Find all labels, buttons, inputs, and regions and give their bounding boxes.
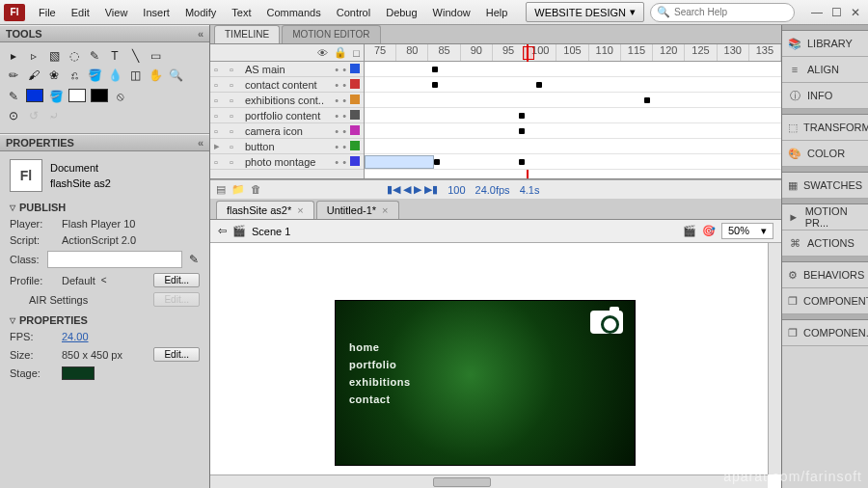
- outline-icon[interactable]: □: [353, 47, 360, 59]
- stroke-color[interactable]: [26, 89, 43, 102]
- menu-edit[interactable]: Edit: [64, 3, 97, 22]
- lock-icon[interactable]: 🔒: [334, 46, 347, 59]
- doc-tab-1[interactable]: flashSite as2*×: [216, 201, 314, 219]
- stage-color[interactable]: [62, 366, 95, 380]
- timeline-track[interactable]: [365, 139, 781, 154]
- nav-portfolio[interactable]: portfolio: [349, 359, 411, 370]
- fill-style-icon[interactable]: 🪣: [48, 89, 64, 104]
- profile-edit-button[interactable]: Edit...: [153, 273, 200, 287]
- maximize-icon[interactable]: ☐: [827, 6, 845, 19]
- horizontal-scrollbar[interactable]: [210, 474, 768, 488]
- layer-row[interactable]: ▸▫button••: [210, 139, 364, 154]
- vertical-scrollbar[interactable]: [768, 243, 781, 474]
- panel-components[interactable]: ❐COMPONENTS: [782, 288, 868, 314]
- pencil-tool[interactable]: ✏: [6, 68, 21, 83]
- pencil-icon[interactable]: ✎: [188, 252, 200, 267]
- eyedropper-tool[interactable]: 💧: [107, 68, 122, 83]
- stage[interactable]: homeportfolioexhibitionscontact: [210, 243, 781, 488]
- layer-row[interactable]: ▫▫contact content••: [210, 77, 364, 93]
- tab-motion-editor[interactable]: MOTION EDITOR: [282, 25, 380, 43]
- stroke-style-icon[interactable]: ✎: [6, 89, 21, 104]
- no-color-icon[interactable]: ⦸: [113, 89, 128, 104]
- canvas[interactable]: homeportfolioexhibitionscontact: [336, 301, 635, 465]
- eye-icon[interactable]: 👁: [317, 47, 328, 59]
- minimize-icon[interactable]: —: [808, 6, 826, 19]
- new-layer-icon[interactable]: ▤: [216, 183, 226, 196]
- panel-align[interactable]: ≡ALIGN: [782, 57, 868, 83]
- timeline-track[interactable]: [365, 62, 781, 77]
- tools-panel-header[interactable]: TOOLS«: [0, 25, 209, 42]
- panel-componen[interactable]: ❐COMPONEN...: [782, 320, 868, 346]
- layer-row[interactable]: ▫▫AS main••: [210, 62, 364, 77]
- zoom-select[interactable]: 50%▾: [721, 223, 773, 239]
- edit-symbols-icon[interactable]: 🎯: [702, 225, 716, 237]
- panel-library[interactable]: 📚LIBRARY: [782, 31, 868, 57]
- fill-color[interactable]: [68, 89, 86, 102]
- scene-name[interactable]: Scene 1: [252, 226, 290, 237]
- close-tab-icon[interactable]: ×: [382, 204, 388, 216]
- menu-help[interactable]: Help: [478, 3, 516, 22]
- menu-file[interactable]: File: [31, 3, 64, 22]
- swap-colors[interactable]: [91, 89, 108, 102]
- menu-modify[interactable]: Modify: [177, 3, 224, 22]
- text-tool[interactable]: T: [107, 48, 122, 64]
- workspace-switcher[interactable]: WEBSITE DESIGN▾: [526, 2, 644, 22]
- search-input[interactable]: [674, 7, 797, 17]
- menu-commands[interactable]: Commands: [258, 3, 328, 22]
- close-tab-icon[interactable]: ×: [297, 204, 303, 216]
- nav-home[interactable]: home: [349, 341, 411, 353]
- layer-row[interactable]: ▫▫camera icon••: [210, 123, 364, 139]
- menu-view[interactable]: View: [97, 3, 136, 22]
- selection-tool[interactable]: ▸: [6, 48, 21, 64]
- nav-exhibitions[interactable]: exhibitions: [349, 376, 411, 388]
- layer-row[interactable]: ▫▫photo montage••: [210, 154, 364, 170]
- back-icon[interactable]: ⇦: [218, 225, 227, 237]
- pen-tool[interactable]: ✎: [87, 48, 102, 64]
- timeline-track[interactable]: [365, 108, 781, 123]
- publish-section[interactable]: PUBLISH: [10, 202, 200, 213]
- option2-icon[interactable]: ⤾: [46, 108, 62, 123]
- size-edit-button[interactable]: Edit...: [153, 347, 200, 362]
- bone-tool[interactable]: ⎌: [67, 68, 82, 83]
- zoom-tool[interactable]: 🔍: [168, 68, 183, 83]
- properties-panel-header[interactable]: PROPERTIES«: [0, 134, 209, 151]
- menu-debug[interactable]: Debug: [378, 3, 424, 22]
- menu-control[interactable]: Control: [329, 3, 378, 22]
- menu-window[interactable]: Window: [425, 3, 478, 22]
- doc-tab-2[interactable]: Untitled-1*×: [316, 201, 399, 219]
- timeline-track[interactable]: [365, 123, 781, 139]
- help-search[interactable]: 🔍: [650, 3, 795, 22]
- panel-color[interactable]: 🎨COLOR: [782, 141, 868, 167]
- free-transform-tool[interactable]: ▧: [46, 48, 62, 64]
- air-edit-button[interactable]: Edit...: [153, 292, 200, 307]
- close-icon[interactable]: ✕: [847, 6, 864, 19]
- panel-info[interactable]: ⓘINFO: [782, 83, 868, 109]
- subselection-tool[interactable]: ▹: [26, 48, 41, 64]
- brush-tool[interactable]: 🖌: [26, 68, 41, 83]
- panel-behaviors[interactable]: ⚙BEHAVIORS: [782, 262, 868, 288]
- option-icon[interactable]: ↺: [26, 108, 41, 123]
- panel-swatches[interactable]: ▦SWATCHES: [782, 173, 868, 199]
- properties-section[interactable]: PROPERTIES: [10, 314, 200, 326]
- menu-insert[interactable]: Insert: [135, 3, 177, 22]
- paint-bucket-tool[interactable]: 🪣: [87, 68, 102, 83]
- timeline-track[interactable]: [365, 93, 781, 108]
- fps-value[interactable]: 24.00: [62, 331, 89, 342]
- new-folder-icon[interactable]: 📁: [231, 183, 245, 196]
- panel-actions[interactable]: ⌘ACTIONS: [782, 230, 868, 257]
- timeline-track[interactable]: [365, 77, 781, 93]
- menu-text[interactable]: Text: [224, 3, 258, 22]
- delete-layer-icon[interactable]: 🗑: [251, 183, 261, 196]
- class-input[interactable]: [47, 251, 182, 268]
- eraser-tool[interactable]: ◫: [127, 68, 143, 83]
- timeline-ruler[interactable]: 7580859095100105110115120125130135: [365, 44, 781, 62]
- lasso-tool[interactable]: ◌: [67, 48, 82, 64]
- tab-timeline[interactable]: TIMELINE: [214, 25, 280, 43]
- layer-row[interactable]: ▫▫exhibitions cont..••: [210, 93, 364, 108]
- hand-tool[interactable]: ✋: [148, 68, 163, 83]
- timeline-track[interactable]: [365, 154, 781, 170]
- line-tool[interactable]: ╲: [127, 48, 143, 64]
- edit-scene-icon[interactable]: 🎬: [683, 225, 696, 237]
- deco-tool[interactable]: ❀: [46, 68, 62, 83]
- panel-motionpr[interactable]: ►MOTION PR...: [782, 204, 868, 230]
